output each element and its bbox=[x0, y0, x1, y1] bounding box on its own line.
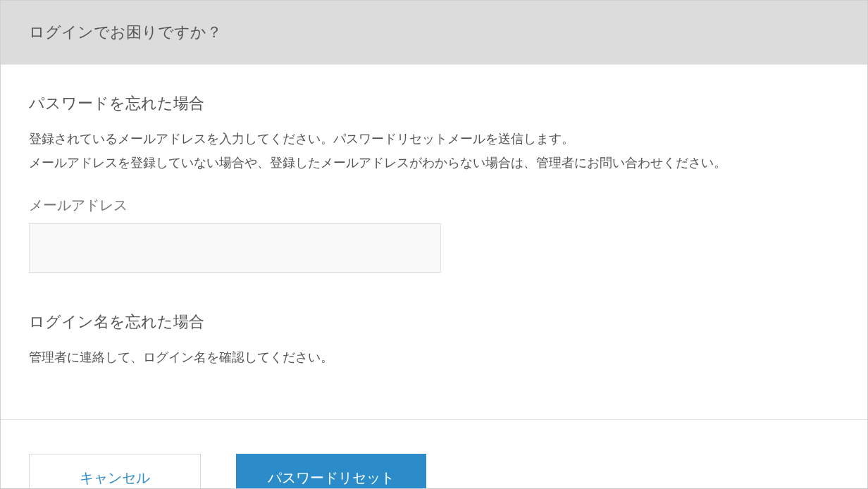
description-line-1: 登録されているメールアドレスを入力してください。パスワードリセットメールを送信し… bbox=[29, 132, 574, 146]
username-section-description: 管理者に連絡して、ログイン名を確認してください。 bbox=[29, 345, 839, 369]
password-section-description: 登録されているメールアドレスを入力してください。パスワードリセットメールを送信し… bbox=[29, 127, 839, 175]
email-input[interactable] bbox=[29, 223, 441, 273]
password-section: パスワードを忘れた場合 登録されているメールアドレスを入力してください。パスワー… bbox=[29, 93, 839, 273]
page-title: ログインでお困りですか？ bbox=[29, 22, 839, 43]
description-line-2: メールアドレスを登録していない場合や、登録したメールアドレスがわからない場合は、… bbox=[29, 156, 726, 170]
password-reset-button[interactable]: パスワードリセット bbox=[236, 454, 426, 489]
cancel-button[interactable]: キャンセル bbox=[29, 454, 201, 489]
password-section-title: パスワードを忘れた場合 bbox=[29, 93, 839, 114]
username-section-title: ログイン名を忘れた場合 bbox=[29, 311, 839, 333]
page-header: ログインでお困りですか？ bbox=[1, 1, 867, 65]
username-section: ログイン名を忘れた場合 管理者に連絡して、ログイン名を確認してください。 bbox=[29, 311, 839, 369]
content-area: パスワードを忘れた場合 登録されているメールアドレスを入力してください。パスワー… bbox=[1, 65, 867, 419]
email-field-label: メールアドレス bbox=[29, 196, 839, 215]
footer-actions: キャンセル パスワードリセット bbox=[1, 419, 867, 489]
